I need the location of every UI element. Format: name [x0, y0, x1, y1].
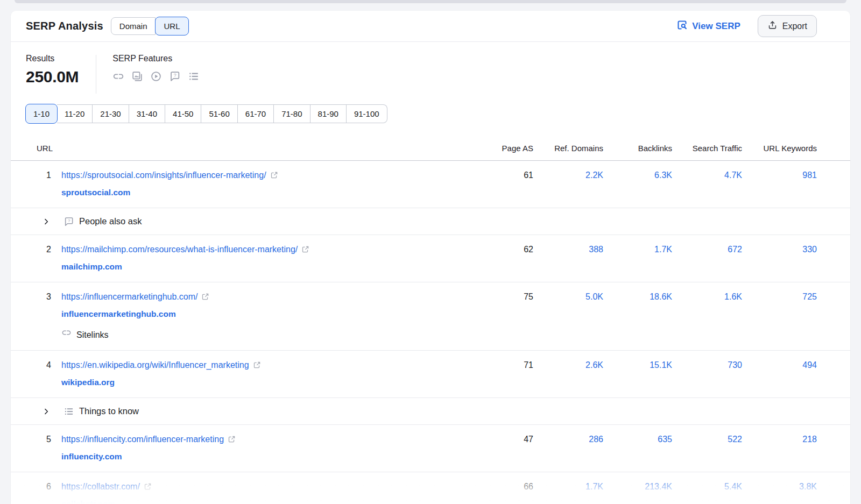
scrolled-card-edge: [15, 0, 846, 3]
pagination-button-81-90[interactable]: 81-90: [310, 104, 347, 123]
search-traffic-value[interactable]: 5.4K: [672, 480, 742, 494]
external-link-icon[interactable]: [301, 244, 309, 258]
sitelinks-icon[interactable]: [112, 70, 124, 82]
result-domain-link[interactable]: mailchimp.com: [61, 260, 122, 274]
people-also-ask-icon[interactable]: ?: [169, 70, 181, 82]
view-serp-button[interactable]: View SERP: [673, 19, 743, 34]
ref-domains-value[interactable]: 286: [533, 432, 603, 446]
table-row: 2 https://mailchimp.com/resources/what-i…: [11, 235, 850, 282]
column-header-url-keywords: URL Keywords: [742, 144, 817, 153]
ref-domains-value[interactable]: 388: [533, 243, 603, 257]
toggle-domain-button[interactable]: Domain: [111, 17, 156, 35]
result-domain-link[interactable]: wikipedia.org: [61, 375, 115, 389]
backlinks-value[interactable]: 18.6K: [603, 290, 672, 304]
rank-number: 1: [37, 168, 61, 182]
export-button[interactable]: Export: [758, 15, 817, 37]
result-domain-link[interactable]: influencermarketinghub.com: [61, 307, 176, 321]
search-traffic-value[interactable]: 1.6K: [672, 290, 742, 304]
serp-feature-row[interactable]: ? People also ask: [11, 208, 850, 235]
pagination-button-91-100[interactable]: 91-100: [347, 104, 387, 123]
url-cell: https://en.wikipedia.org/wiki/Influencer…: [61, 358, 479, 389]
results-label: Results: [26, 54, 79, 63]
chevron-right-icon[interactable]: [42, 407, 51, 416]
table-row: 1 https://sproutsocial.com/insights/infl…: [11, 161, 850, 208]
result-domain-link[interactable]: influencity.com: [61, 450, 122, 464]
result-domain-link[interactable]: sproutsocial.com: [61, 186, 130, 200]
external-link-icon[interactable]: [201, 291, 209, 305]
result-url-link[interactable]: https://en.wikipedia.org/wiki/Influencer…: [61, 360, 249, 370]
external-link-icon[interactable]: [228, 434, 236, 448]
chevron-right-icon[interactable]: [42, 217, 51, 226]
search-traffic-value[interactable]: 730: [672, 358, 742, 372]
url-keywords-value[interactable]: 981: [742, 168, 817, 182]
result-url-link[interactable]: https://influencity.com/influencer-marke…: [61, 435, 224, 444]
result-url-link[interactable]: https://influencermarketinghub.com/: [61, 292, 197, 301]
url-keywords-value[interactable]: 725: [742, 290, 817, 304]
url-keywords-value[interactable]: 494: [742, 358, 817, 372]
search-traffic-value[interactable]: 4.7K: [672, 168, 742, 182]
pagination: 1-1011-2021-3031-4041-5051-6061-7071-808…: [26, 104, 387, 123]
backlinks-value[interactable]: 213.4K: [603, 480, 672, 494]
result-url-link[interactable]: https://sproutsocial.com/insights/influe…: [61, 171, 266, 180]
external-link-icon[interactable]: [253, 359, 261, 373]
table-body: 1 https://sproutsocial.com/insights/infl…: [11, 161, 850, 504]
sitelinks-feature[interactable]: Sitelinks: [61, 328, 479, 342]
result-url-link[interactable]: https://mailchimp.com/resources/what-is-…: [61, 245, 298, 254]
serp-features-label: SERP Features: [112, 54, 200, 63]
question-bubble-icon: ?: [63, 216, 74, 227]
things-to-know-icon[interactable]: [188, 70, 200, 82]
url-cell: https://mailchimp.com/resources/what-is-…: [61, 243, 479, 274]
rank-number: 5: [37, 432, 61, 446]
backlinks-value[interactable]: 635: [603, 432, 672, 446]
pagination-button-21-30[interactable]: 21-30: [93, 104, 129, 123]
ref-domains-value[interactable]: 5.0K: [533, 290, 603, 304]
search-traffic-value[interactable]: 672: [672, 243, 742, 257]
sitelinks-icon: [61, 328, 72, 342]
rank-number: 6: [37, 480, 61, 494]
pagination-button-1-10[interactable]: 1-10: [25, 104, 58, 124]
video-icon[interactable]: [150, 70, 162, 82]
external-link-icon[interactable]: [270, 169, 278, 183]
page-as-value: 62: [479, 243, 533, 257]
backlinks-value[interactable]: 1.7K: [603, 243, 672, 257]
backlinks-value[interactable]: 6.3K: [603, 168, 672, 182]
rank-number: 4: [37, 358, 61, 372]
column-header-backlinks: Backlinks: [603, 144, 672, 153]
ref-domains-value[interactable]: 1.7K: [533, 480, 603, 494]
pagination-button-71-80[interactable]: 71-80: [274, 104, 310, 123]
ref-domains-value[interactable]: 2.6K: [533, 358, 603, 372]
external-link-icon[interactable]: [144, 481, 152, 495]
url-cell: https://collabstr.com/ collabstr.com: [61, 480, 479, 504]
serp-feature-label: People also ask: [79, 216, 142, 226]
url-keywords-value[interactable]: 330: [742, 243, 817, 257]
result-url-link[interactable]: https://collabstr.com/: [61, 482, 140, 491]
image-icon[interactable]: [131, 70, 143, 82]
url-keywords-value[interactable]: 3.8K: [742, 480, 817, 494]
result-domain-link[interactable]: collabstr.com: [61, 497, 115, 504]
ref-domains-value[interactable]: 2.2K: [533, 168, 603, 182]
search-traffic-value[interactable]: 522: [672, 432, 742, 446]
toggle-url-button[interactable]: URL: [155, 17, 188, 36]
page-as-value: 61: [479, 168, 533, 182]
column-header-ref-domains: Ref. Domains: [533, 144, 603, 153]
table-row: 5 https://influencity.com/influencer-mar…: [11, 425, 850, 472]
serp-analysis-card: SERP Analysis Domain URL View SERP: [11, 11, 850, 504]
pagination-button-41-50[interactable]: 41-50: [165, 104, 201, 123]
backlinks-value[interactable]: 15.1K: [603, 358, 672, 372]
page-title: SERP Analysis: [26, 20, 103, 32]
page-as-value: 47: [479, 432, 533, 446]
serp-features-block: SERP Features: [112, 54, 200, 94]
domain-url-toggle: Domain URL: [111, 17, 188, 35]
serp-features-icons: ?: [112, 70, 200, 82]
pagination-button-31-40[interactable]: 31-40: [129, 104, 165, 123]
url-cell: https://influencity.com/influencer-marke…: [61, 432, 479, 464]
results-value: 250.0M: [26, 68, 79, 86]
pagination-button-11-20[interactable]: 11-20: [57, 104, 93, 123]
pagination-button-51-60[interactable]: 51-60: [201, 104, 237, 123]
url-cell: https://sproutsocial.com/insights/influe…: [61, 168, 479, 200]
table-header: URLPage ASRef. DomainsBacklinksSearch Tr…: [11, 144, 850, 161]
pagination-button-61-70[interactable]: 61-70: [238, 104, 274, 123]
url-keywords-value[interactable]: 218: [742, 432, 817, 446]
svg-text:?: ?: [68, 218, 70, 223]
serp-feature-row[interactable]: ? Things to know: [11, 398, 850, 425]
